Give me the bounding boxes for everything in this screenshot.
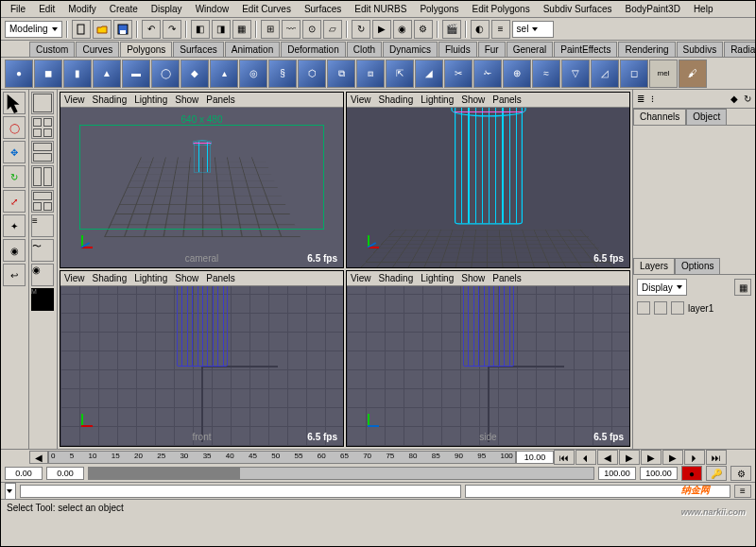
- save-scene-button[interactable]: [113, 20, 132, 39]
- render-button[interactable]: ▶: [372, 20, 391, 39]
- layout-two-h[interactable]: [31, 141, 54, 163]
- vp-menu-view[interactable]: View: [351, 94, 371, 105]
- vp-menu-view[interactable]: View: [64, 94, 85, 105]
- shelf-tab-surfaces[interactable]: Surfaces: [173, 42, 223, 57]
- time-ruler-track[interactable]: 0510152025303540455055606570758085909510…: [48, 451, 516, 464]
- poly-paint-button[interactable]: 🖌: [679, 60, 707, 88]
- viewport-side-view[interactable]: side 6.5 fps: [347, 286, 629, 446]
- snap-point-button[interactable]: ⊙: [302, 20, 321, 39]
- layer-name[interactable]: layer1: [688, 303, 713, 314]
- manipulator-tool[interactable]: ✦: [3, 214, 26, 237]
- layout-graph[interactable]: 〜: [31, 239, 54, 262]
- layer-display-dropdown[interactable]: Display: [637, 279, 687, 296]
- poly-smooth-button[interactable]: ≈: [532, 60, 560, 88]
- ipr-button[interactable]: ◉: [393, 20, 412, 39]
- channel-refresh-icon[interactable]: ↻: [744, 94, 751, 104]
- menu-file[interactable]: File: [5, 2, 31, 16]
- tab-channels[interactable]: Channels: [633, 109, 686, 125]
- viewport-top-view[interactable]: 6.5 fps: [347, 108, 629, 267]
- tab-options[interactable]: Options: [675, 258, 720, 274]
- play-back-button[interactable]: ▶: [619, 450, 640, 465]
- layout-hyper[interactable]: ◉: [31, 264, 54, 286]
- poly-prism-button[interactable]: ◆: [180, 60, 209, 88]
- layout-single[interactable]: [31, 92, 54, 114]
- snap-grid-button[interactable]: ⊞: [261, 20, 280, 39]
- redo-button[interactable]: ↷: [163, 20, 181, 39]
- poly-bevel-button[interactable]: ◢: [415, 60, 443, 88]
- vp-menu-lighting[interactable]: Lighting: [134, 94, 167, 105]
- hypershade-button[interactable]: ◐: [471, 20, 490, 39]
- poly-pipe-button[interactable]: ◎: [239, 60, 267, 88]
- shelf-tab-radiant[interactable]: RadiantSquare: [724, 42, 756, 57]
- select-component-button[interactable]: ▦: [232, 20, 251, 39]
- menu-modify[interactable]: Modify: [62, 2, 101, 16]
- channel-color-icon[interactable]: ◆: [730, 94, 738, 104]
- maya-icon[interactable]: M: [31, 288, 54, 311]
- range-bar[interactable]: [88, 467, 594, 480]
- menuset-dropdown[interactable]: Modeling: [5, 21, 62, 38]
- channel-icon2[interactable]: ⫶: [650, 94, 655, 104]
- render-globals-button[interactable]: ⚙: [414, 20, 433, 39]
- shelf-tab-subdivs[interactable]: Subdivs: [677, 42, 724, 57]
- current-time-field[interactable]: [516, 451, 554, 464]
- vp-menu-panels[interactable]: Panels: [492, 94, 522, 105]
- menu-edit-curves[interactable]: Edit Curves: [236, 2, 297, 16]
- layer-visible-toggle[interactable]: [637, 301, 650, 315]
- vp-menu-view[interactable]: View: [351, 273, 371, 283]
- poly-quad-button[interactable]: ◻: [620, 60, 648, 88]
- poly-torus-button[interactable]: ◯: [151, 60, 180, 88]
- outliner-button[interactable]: ≡: [491, 20, 510, 39]
- poly-soccer-button[interactable]: ⬡: [298, 60, 326, 88]
- shelf-tab-deformation[interactable]: Deformation: [281, 42, 345, 57]
- menu-help[interactable]: Help: [688, 2, 719, 16]
- quickselect-field[interactable]: sel: [512, 21, 554, 38]
- vp-menu-show[interactable]: Show: [461, 94, 485, 105]
- poly-split-button[interactable]: ✂: [444, 60, 472, 88]
- menu-window[interactable]: Window: [190, 2, 235, 16]
- lasso-tool[interactable]: ◯: [3, 116, 26, 139]
- scene-end-field[interactable]: [640, 467, 678, 480]
- layout-three[interactable]: [31, 190, 54, 213]
- poly-extrude-button[interactable]: ⇱: [386, 60, 414, 88]
- shelf-tab-rendering[interactable]: Rendering: [618, 42, 675, 57]
- new-layer-button[interactable]: ▦: [734, 279, 751, 296]
- scene-start-field[interactable]: [5, 467, 43, 480]
- open-scene-button[interactable]: [93, 20, 112, 39]
- shelf-tab-general[interactable]: General: [507, 42, 554, 57]
- shelf-tab-custom[interactable]: Custom: [29, 42, 75, 57]
- cmd-lang-dropdown[interactable]: [5, 483, 16, 500]
- next-key-button[interactable]: ▶: [662, 450, 683, 465]
- tab-object[interactable]: Object: [686, 109, 727, 125]
- layout-two-v[interactable]: [31, 165, 54, 188]
- poly-sphere-button[interactable]: ●: [5, 60, 33, 88]
- poly-mel-button[interactable]: mel: [649, 60, 678, 88]
- time-ruler-handle-left[interactable]: ◀: [29, 451, 48, 464]
- vp-menu-show[interactable]: Show: [175, 94, 198, 105]
- vp-menu-lighting[interactable]: Lighting: [421, 273, 454, 283]
- fast-fwd-button[interactable]: ⏭: [706, 450, 727, 465]
- poly-cube-button[interactable]: ◼: [34, 60, 62, 88]
- poly-triangulate-button[interactable]: ◿: [591, 60, 619, 88]
- command-input[interactable]: [20, 485, 461, 498]
- poly-reduce-button[interactable]: ▽: [561, 60, 590, 88]
- menu-display[interactable]: Display: [146, 2, 188, 16]
- shelf-tab-fluids[interactable]: Fluids: [438, 42, 477, 57]
- step-fwd-button[interactable]: ⏵: [684, 450, 705, 465]
- poly-cut-button[interactable]: ✁: [473, 60, 502, 88]
- select-object-button[interactable]: ◨: [212, 20, 231, 39]
- step-back-button[interactable]: ⏴: [576, 450, 596, 465]
- soft-mod-tool[interactable]: ◉: [3, 239, 26, 262]
- layer-type-toggle[interactable]: [654, 301, 667, 315]
- layer-color-swatch[interactable]: [671, 301, 684, 315]
- vp-menu-view[interactable]: View: [64, 273, 85, 283]
- undo-button[interactable]: ↶: [142, 20, 161, 39]
- menu-subdiv[interactable]: Subdiv Surfaces: [538, 2, 618, 16]
- menu-surfaces[interactable]: Surfaces: [299, 2, 347, 16]
- poly-cone-button[interactable]: ▲: [93, 60, 121, 88]
- layout-outliner[interactable]: ≡: [31, 214, 54, 237]
- vp-menu-lighting[interactable]: Lighting: [421, 94, 454, 105]
- menu-edit[interactable]: Edit: [33, 2, 60, 16]
- shelf-tab-fur[interactable]: Fur: [478, 42, 506, 57]
- layout-four[interactable]: [31, 116, 54, 139]
- time-ruler[interactable]: ◀ 05101520253035404550556065707580859095…: [1, 450, 755, 465]
